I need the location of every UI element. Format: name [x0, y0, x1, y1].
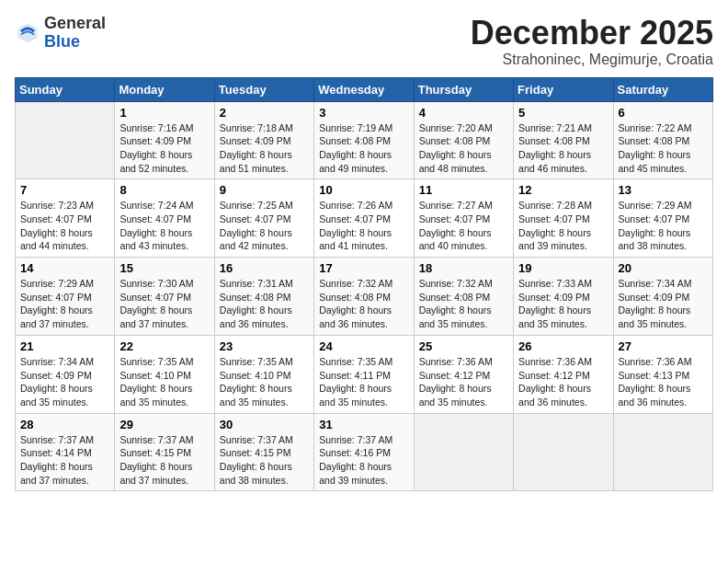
month-title: December 2025 — [471, 15, 713, 52]
calendar-cell: 28Sunrise: 7:37 AMSunset: 4:14 PMDayligh… — [16, 413, 115, 491]
day-number: 26 — [518, 339, 608, 353]
day-number: 2 — [220, 106, 309, 120]
calendar-cell: 5Sunrise: 7:21 AMSunset: 4:08 PMDaylight… — [514, 101, 613, 179]
day-number: 14 — [20, 261, 109, 275]
day-number: 31 — [319, 418, 408, 431]
day-number: 25 — [419, 339, 508, 353]
logo-blue: Blue — [44, 32, 80, 51]
day-number: 9 — [220, 183, 309, 197]
calendar-cell — [414, 413, 513, 491]
day-number: 17 — [319, 261, 408, 275]
day-number: 21 — [20, 339, 109, 353]
calendar-cell: 4Sunrise: 7:20 AMSunset: 4:08 PMDaylight… — [414, 101, 513, 179]
calendar-cell: 30Sunrise: 7:37 AMSunset: 4:15 PMDayligh… — [214, 413, 313, 491]
day-info: Sunrise: 7:28 AMSunset: 4:07 PMDaylight:… — [518, 199, 608, 253]
calendar-cell: 7Sunrise: 7:23 AMSunset: 4:07 PMDaylight… — [16, 179, 115, 258]
calendar-week-row: 1Sunrise: 7:16 AMSunset: 4:09 PMDaylight… — [16, 101, 713, 179]
calendar-cell: 11Sunrise: 7:27 AMSunset: 4:07 PMDayligh… — [414, 179, 513, 258]
calendar-week-row: 21Sunrise: 7:34 AMSunset: 4:09 PMDayligh… — [16, 335, 713, 413]
day-number: 29 — [119, 418, 209, 431]
day-info: Sunrise: 7:16 AMSunset: 4:09 PMDaylight:… — [119, 121, 209, 176]
calendar-cell: 9Sunrise: 7:25 AMSunset: 4:07 PMDaylight… — [214, 179, 313, 258]
day-number: 24 — [319, 339, 408, 353]
day-number: 16 — [220, 261, 309, 275]
calendar-cell: 31Sunrise: 7:37 AMSunset: 4:16 PMDayligh… — [314, 413, 414, 491]
day-number: 3 — [319, 106, 408, 120]
day-number: 12 — [518, 183, 608, 197]
calendar-cell: 20Sunrise: 7:34 AMSunset: 4:09 PMDayligh… — [613, 258, 712, 336]
day-number: 11 — [419, 183, 508, 197]
calendar-cell: 19Sunrise: 7:33 AMSunset: 4:09 PMDayligh… — [514, 258, 613, 336]
calendar-cell — [16, 101, 115, 179]
day-info: Sunrise: 7:36 AMSunset: 4:13 PMDaylight:… — [619, 355, 708, 409]
calendar-cell: 13Sunrise: 7:29 AMSunset: 4:07 PMDayligh… — [613, 179, 712, 258]
calendar-cell: 12Sunrise: 7:28 AMSunset: 4:07 PMDayligh… — [514, 179, 613, 258]
calendar-cell: 8Sunrise: 7:24 AMSunset: 4:07 PMDaylight… — [115, 179, 214, 258]
day-number: 5 — [518, 106, 608, 120]
calendar-cell: 1Sunrise: 7:16 AMSunset: 4:09 PMDaylight… — [115, 101, 214, 179]
day-info: Sunrise: 7:18 AMSunset: 4:09 PMDaylight:… — [220, 121, 309, 176]
day-info: Sunrise: 7:37 AMSunset: 4:15 PMDaylight:… — [220, 433, 309, 488]
calendar-week-row: 14Sunrise: 7:29 AMSunset: 4:07 PMDayligh… — [16, 258, 713, 336]
svg-marker-0 — [18, 23, 38, 42]
day-info: Sunrise: 7:24 AMSunset: 4:07 PMDaylight:… — [119, 199, 209, 253]
day-info: Sunrise: 7:23 AMSunset: 4:07 PMDaylight:… — [20, 199, 109, 253]
day-info: Sunrise: 7:34 AMSunset: 4:09 PMDaylight:… — [619, 277, 708, 331]
title-block: December 2025 Strahoninec, Megimurje, Cr… — [471, 15, 713, 68]
logo-text: General Blue — [44, 15, 106, 52]
calendar-cell: 22Sunrise: 7:35 AMSunset: 4:10 PMDayligh… — [115, 335, 214, 413]
day-info: Sunrise: 7:22 AMSunset: 4:08 PMDaylight:… — [619, 121, 708, 176]
day-number: 4 — [419, 106, 508, 120]
location: Strahoninec, Megimurje, Croatia — [471, 52, 713, 68]
day-info: Sunrise: 7:35 AMSunset: 4:10 PMDaylight:… — [119, 355, 209, 409]
day-number: 30 — [220, 418, 309, 431]
calendar-cell: 15Sunrise: 7:30 AMSunset: 4:07 PMDayligh… — [115, 258, 214, 336]
day-info: Sunrise: 7:33 AMSunset: 4:09 PMDaylight:… — [518, 277, 608, 331]
day-number: 13 — [619, 183, 708, 197]
day-info: Sunrise: 7:30 AMSunset: 4:07 PMDaylight:… — [119, 277, 209, 331]
day-info: Sunrise: 7:37 AMSunset: 4:14 PMDaylight:… — [20, 433, 109, 488]
calendar-cell: 21Sunrise: 7:34 AMSunset: 4:09 PMDayligh… — [16, 335, 115, 413]
day-info: Sunrise: 7:37 AMSunset: 4:15 PMDaylight:… — [119, 433, 209, 488]
day-info: Sunrise: 7:19 AMSunset: 4:08 PMDaylight:… — [319, 121, 408, 176]
calendar-header-friday: Friday — [514, 77, 613, 101]
calendar-cell: 23Sunrise: 7:35 AMSunset: 4:10 PMDayligh… — [214, 335, 313, 413]
calendar-header-thursday: Thursday — [414, 77, 513, 101]
day-number: 20 — [619, 261, 708, 275]
calendar-header-monday: Monday — [115, 77, 214, 101]
calendar-header-tuesday: Tuesday — [214, 77, 313, 101]
day-info: Sunrise: 7:29 AMSunset: 4:07 PMDaylight:… — [20, 277, 109, 331]
day-info: Sunrise: 7:31 AMSunset: 4:08 PMDaylight:… — [220, 277, 309, 331]
calendar-cell: 17Sunrise: 7:32 AMSunset: 4:08 PMDayligh… — [314, 258, 414, 336]
calendar-cell: 27Sunrise: 7:36 AMSunset: 4:13 PMDayligh… — [613, 335, 712, 413]
day-info: Sunrise: 7:25 AMSunset: 4:07 PMDaylight:… — [220, 199, 309, 253]
day-number: 27 — [619, 339, 708, 353]
day-number: 23 — [220, 339, 309, 353]
day-info: Sunrise: 7:27 AMSunset: 4:07 PMDaylight:… — [419, 199, 508, 253]
calendar-cell: 10Sunrise: 7:26 AMSunset: 4:07 PMDayligh… — [314, 179, 414, 258]
calendar-header-sunday: Sunday — [16, 77, 115, 101]
day-info: Sunrise: 7:35 AMSunset: 4:10 PMDaylight:… — [220, 355, 309, 409]
calendar-header-saturday: Saturday — [613, 77, 712, 101]
day-number: 22 — [119, 339, 209, 353]
day-number: 1 — [119, 106, 209, 120]
day-number: 19 — [518, 261, 608, 275]
day-info: Sunrise: 7:35 AMSunset: 4:11 PMDaylight:… — [319, 355, 408, 409]
calendar-week-row: 28Sunrise: 7:37 AMSunset: 4:14 PMDayligh… — [16, 413, 713, 491]
day-info: Sunrise: 7:37 AMSunset: 4:16 PMDaylight:… — [319, 433, 408, 488]
calendar-cell: 24Sunrise: 7:35 AMSunset: 4:11 PMDayligh… — [314, 335, 414, 413]
calendar-cell — [514, 413, 613, 491]
calendar-cell: 6Sunrise: 7:22 AMSunset: 4:08 PMDaylight… — [613, 101, 712, 179]
day-number: 10 — [319, 183, 408, 197]
day-info: Sunrise: 7:34 AMSunset: 4:09 PMDaylight:… — [20, 355, 109, 409]
day-info: Sunrise: 7:36 AMSunset: 4:12 PMDaylight:… — [518, 355, 608, 409]
calendar-cell: 3Sunrise: 7:19 AMSunset: 4:08 PMDaylight… — [314, 101, 414, 179]
day-number: 18 — [419, 261, 508, 275]
logo-general: General — [44, 14, 106, 32]
day-number: 8 — [119, 183, 209, 197]
calendar-cell: 26Sunrise: 7:36 AMSunset: 4:12 PMDayligh… — [514, 335, 613, 413]
calendar-week-row: 7Sunrise: 7:23 AMSunset: 4:07 PMDaylight… — [16, 179, 713, 258]
day-info: Sunrise: 7:32 AMSunset: 4:08 PMDaylight:… — [319, 277, 408, 331]
day-number: 15 — [119, 261, 209, 275]
calendar-cell: 16Sunrise: 7:31 AMSunset: 4:08 PMDayligh… — [214, 258, 313, 336]
